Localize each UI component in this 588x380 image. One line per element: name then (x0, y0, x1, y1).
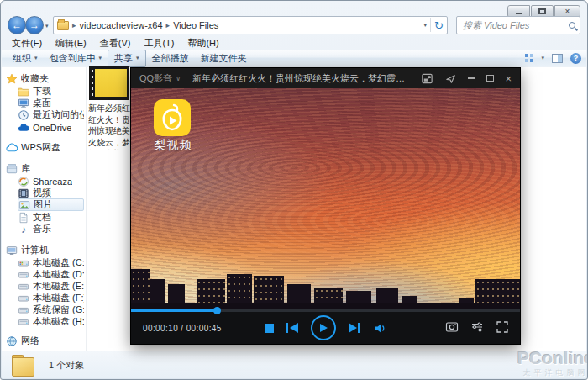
recent-pages-dropdown[interactable]: ▾ (45, 23, 49, 29)
previous-button[interactable] (286, 323, 298, 333)
help-icon[interactable]: ? (570, 53, 581, 64)
video-surface[interactable]: 梨视频 (131, 88, 520, 309)
sidebar-item-shareaza[interactable]: Shareaza (18, 175, 84, 187)
monitor-icon (18, 98, 29, 109)
menu-help[interactable]: 帮助(H) (181, 36, 224, 49)
address-dropdown-icon[interactable]: ▾ (424, 22, 428, 29)
sidebar-item-disk-g[interactable]: 系统保留 (G:) (18, 303, 84, 316)
sidebar-item-disk-c[interactable]: 本地磁盘 (C:) (18, 256, 84, 269)
menu-tools[interactable]: 工具(T) (138, 36, 180, 49)
refresh-icon[interactable]: ↻ (434, 20, 444, 31)
status-item-count: 1 个对象 (49, 359, 84, 372)
sidebar-item-disk-d[interactable]: 本地磁盘 (D:) (18, 268, 84, 281)
next-button[interactable] (349, 323, 360, 333)
new-folder-button[interactable]: 新建文件夹 (195, 50, 253, 66)
player-window: QQ影音∨ 新年必须红红火火！贵州惊现绝美火烧云，梦幻霞光染红整片... × (131, 68, 520, 344)
folder-icon (57, 21, 69, 30)
progress-fill (131, 309, 217, 312)
video-file-name[interactable]: 新年必须红红火火！贵州惊现绝美火烧云，梦幻霞光染红整片... (88, 103, 134, 150)
snapshot-icon[interactable] (445, 320, 459, 334)
play-all-button[interactable]: 全部播放 (146, 50, 195, 66)
minimize-icon (516, 13, 522, 14)
breadcrumb-separator: ▸ (72, 21, 76, 29)
settings-sliders-icon[interactable] (470, 320, 484, 334)
player-maximize-icon[interactable] (486, 75, 494, 82)
picture-icon (18, 199, 30, 211)
search-input[interactable] (461, 19, 569, 31)
player-close-icon[interactable]: × (505, 73, 512, 84)
menu-file[interactable]: 文件(F) (6, 36, 48, 49)
sidebar-item-disk-f[interactable]: 本地磁盘 (F:) (18, 292, 84, 304)
divider (86, 67, 87, 351)
video-file-thumbnail[interactable] (89, 66, 129, 100)
search-box[interactable] (456, 16, 580, 34)
mini-mode-icon[interactable] (421, 72, 433, 85)
player-video-title: 新年必须红红火火！贵州惊现绝美火烧云，梦幻霞光染红整片... (187, 72, 414, 85)
sidebar-item-computer[interactable]: 计算机 (6, 244, 84, 256)
brand-watermark: PConline 太平洋电脑网 (517, 348, 588, 378)
sidebar-item-onedrive[interactable]: OneDrive (18, 121, 84, 134)
player-app-menu[interactable]: QQ影音∨ (139, 72, 181, 85)
search-icon[interactable] (569, 22, 575, 29)
views-dropdown-icon[interactable]: ▾ (541, 55, 544, 61)
volume-icon[interactable] (373, 321, 387, 335)
sidebar-item-wps-cloud[interactable]: WPS网盘 (6, 141, 84, 154)
sidebar-item-downloads[interactable]: 下载 (18, 85, 84, 98)
preview-pane-icon[interactable] (552, 54, 563, 63)
address-bar-row: ← → ▾ ▸ videocacheview-x64 ▸ Video Files… (6, 15, 582, 35)
menu-view[interactable]: 查看(V) (94, 36, 137, 49)
chevron-down-icon: ∨ (176, 75, 181, 82)
play-icon (320, 324, 328, 332)
fullscreen-icon[interactable] (496, 320, 509, 334)
sidebar-item-documents[interactable]: 文档 (18, 211, 84, 224)
sidebar-item-pictures[interactable]: 图片 (18, 198, 84, 211)
sidebar-item-disk-h[interactable]: 本地磁盘 (H:) (18, 315, 84, 328)
views-icon[interactable] (525, 54, 533, 62)
star-icon (6, 73, 18, 85)
sidebar-item-network[interactable]: 网络 (6, 335, 84, 347)
breadcrumb[interactable]: ▸ videocacheview-x64 ▸ Video Files ▾ ↻ (53, 16, 448, 34)
music-note-icon: ♪ (18, 224, 29, 235)
include-in-library-button[interactable]: 包含到库中▾ (44, 50, 108, 66)
sidebar-item-videos[interactable]: 视频 (18, 187, 84, 199)
breadcrumb-separator: ▸ (166, 21, 171, 29)
play-button[interactable] (311, 315, 336, 340)
chevron-down-icon: ▾ (34, 55, 38, 61)
close-icon: × (565, 8, 570, 16)
chevron-down-icon: ▾ (136, 55, 139, 61)
folder-icon (18, 86, 29, 98)
sidebar-item-desktop[interactable]: 桌面 (18, 97, 84, 109)
next-icon (349, 323, 357, 333)
progress-handle[interactable] (213, 307, 221, 314)
menu-edit[interactable]: 编辑(E) (50, 36, 92, 49)
sidebar-item-favorites[interactable]: 收藏夹 (6, 72, 84, 85)
status-bar: 1 个对象 (2, 351, 586, 378)
disk-icon (18, 269, 29, 281)
sidebar-item-music[interactable]: ♪音乐 (18, 223, 84, 235)
progress-track[interactable] (131, 309, 520, 312)
screencast-icon[interactable] (444, 72, 457, 85)
breadcrumb-item-current[interactable]: Video Files (173, 20, 218, 30)
player-title-bar[interactable]: QQ影音∨ 新年必须红红火火！贵州惊现绝美火烧云，梦幻霞光染红整片... × (131, 68, 520, 88)
system-disk-icon (18, 257, 29, 269)
forward-arrow-icon: → (29, 19, 39, 31)
sidebar-item-recent-places[interactable]: 最近访问的位置 (18, 108, 84, 121)
pearvideo-logo-label: 梨视频 (150, 138, 197, 153)
time-display: 00:00:10 / 00:00:45 (143, 324, 222, 333)
disk-icon (18, 304, 29, 316)
computer-icon (6, 245, 18, 256)
pearvideo-logo-icon (154, 99, 191, 136)
shareaza-icon (18, 176, 29, 187)
player-minimize-icon[interactable] (468, 77, 475, 79)
share-button[interactable]: 共享▾ (108, 50, 146, 67)
clock-icon (18, 109, 29, 121)
back-button[interactable]: ← (8, 16, 26, 34)
sidebar-item-libraries[interactable]: 库 (6, 162, 84, 175)
stop-button[interactable] (265, 324, 274, 333)
filmstrip-holes (91, 68, 94, 97)
forward-button[interactable]: → (25, 16, 44, 34)
menu-bar: 文件(F) 编辑(E) 查看(V) 工具(T) 帮助(H) (6, 36, 582, 49)
organize-button[interactable]: 组织▾ (7, 50, 44, 66)
breadcrumb-item-folder[interactable]: videocacheview-x64 (80, 20, 163, 30)
sidebar-item-disk-e[interactable]: 本地磁盘 (E:) (18, 280, 84, 293)
